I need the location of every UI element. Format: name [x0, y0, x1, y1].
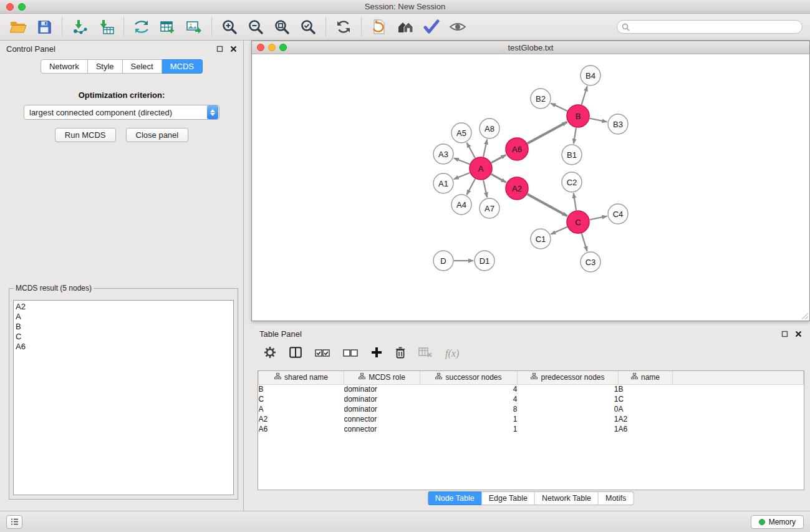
- node-A8[interactable]: A8: [480, 118, 499, 138]
- result-item[interactable]: A2: [16, 302, 233, 312]
- edge-A-A8[interactable]: [483, 140, 487, 157]
- close-window-button[interactable]: [6, 3, 14, 11]
- table-row[interactable]: A2connector11A2: [259, 414, 804, 424]
- result-item[interactable]: A6: [16, 342, 233, 352]
- new-network-button[interactable]: [128, 15, 155, 39]
- column-header-successor-nodes[interactable]: successor nodes: [420, 371, 518, 384]
- edge-C-C1[interactable]: [551, 227, 567, 235]
- select-all-button[interactable]: [315, 348, 330, 359]
- network-minimize-button[interactable]: [268, 44, 276, 51]
- node-C1[interactable]: C1: [531, 229, 551, 249]
- resize-grip-icon[interactable]: [801, 312, 809, 320]
- node-B3[interactable]: B3: [608, 114, 628, 134]
- zoom-selected-button[interactable]: [295, 15, 321, 39]
- save-session-button[interactable]: [31, 15, 57, 39]
- tab-select[interactable]: Select: [123, 59, 162, 74]
- tab-network-table[interactable]: Network Table: [535, 491, 599, 505]
- column-header-name[interactable]: name: [619, 371, 673, 384]
- network-zoom-button[interactable]: [279, 44, 287, 51]
- edge-B-B2[interactable]: [551, 104, 567, 111]
- network-close-button[interactable]: [257, 44, 264, 51]
- first-neighbors-button[interactable]: [392, 15, 418, 39]
- table-row[interactable]: Bdominator41B: [259, 384, 804, 394]
- column-header-shared-name[interactable]: shared name: [259, 371, 344, 384]
- add-column-button[interactable]: [371, 347, 382, 360]
- zoom-in-button[interactable]: [216, 15, 243, 39]
- edge-B-B3[interactable]: [590, 118, 607, 122]
- memory-button[interactable]: Memory: [751, 515, 804, 529]
- result-item[interactable]: A: [16, 312, 233, 322]
- node-table-container[interactable]: shared nameMCDS rolesuccessor nodesprede…: [258, 370, 804, 490]
- search-input[interactable]: [633, 22, 798, 31]
- edge-A-A4[interactable]: [466, 179, 475, 195]
- node-A[interactable]: A: [470, 157, 492, 180]
- node-C2[interactable]: C2: [562, 172, 582, 192]
- node-D[interactable]: D: [433, 251, 453, 271]
- import-network-button[interactable]: [67, 15, 93, 39]
- search-box[interactable]: [617, 20, 803, 34]
- tab-style[interactable]: Style: [88, 59, 123, 74]
- delete-table-button[interactable]: [418, 347, 432, 360]
- tab-node-table[interactable]: Node Table: [428, 491, 482, 505]
- edge-A-A5[interactable]: [467, 143, 475, 158]
- import-table-button[interactable]: [93, 15, 119, 39]
- float-table-panel-icon[interactable]: [781, 331, 788, 337]
- table-settings-button[interactable]: [264, 346, 276, 361]
- network-table-button[interactable]: [155, 15, 181, 39]
- node-A3[interactable]: A3: [433, 144, 453, 164]
- node-C3[interactable]: C3: [581, 252, 600, 272]
- edge-B-B4[interactable]: [582, 86, 587, 105]
- edge-B-B1[interactable]: [574, 128, 576, 143]
- show-panels-button[interactable]: [6, 515, 22, 529]
- mcds-result-list[interactable]: A2ABCA6: [13, 300, 234, 495]
- node-B1[interactable]: B1: [562, 145, 582, 165]
- close-panel-icon[interactable]: [230, 46, 237, 52]
- node-A7[interactable]: A7: [480, 198, 499, 218]
- function-builder-button[interactable]: f(x): [445, 348, 459, 359]
- float-panel-icon[interactable]: [216, 46, 223, 52]
- edge-C-C4[interactable]: [590, 216, 607, 220]
- deselect-all-button[interactable]: [343, 348, 358, 359]
- table-row[interactable]: Cdominator41C: [259, 394, 804, 404]
- network-canvas[interactable]: B4B2BB3B1A5A8A6A3AA1A2A4A7C2CC4C1C3DD1: [252, 55, 809, 321]
- export-image-button[interactable]: [181, 15, 207, 39]
- node-B4[interactable]: B4: [581, 65, 600, 85]
- node-B[interactable]: B: [567, 105, 589, 127]
- edge-A2-C[interactable]: [528, 194, 567, 216]
- node-A5[interactable]: A5: [451, 123, 471, 143]
- open-recent-button[interactable]: [366, 15, 392, 39]
- zoom-window-button[interactable]: [18, 3, 26, 11]
- result-item[interactable]: B: [16, 322, 233, 332]
- close-table-panel-icon[interactable]: [795, 331, 802, 337]
- tab-edge-table[interactable]: Edge Table: [482, 491, 535, 505]
- edge-A-A7[interactable]: [483, 180, 487, 198]
- show-graphics-button[interactable]: [445, 15, 471, 39]
- node-D1[interactable]: D1: [475, 251, 494, 271]
- show-columns-button[interactable]: [289, 347, 302, 360]
- column-header-MCDS-role[interactable]: MCDS role: [344, 371, 420, 384]
- open-session-button[interactable]: [5, 15, 31, 39]
- tab-motifs[interactable]: Motifs: [599, 491, 634, 505]
- edge-A6-B[interactable]: [528, 122, 567, 143]
- edge-A-A1[interactable]: [454, 173, 470, 179]
- edge-A-A2[interactable]: [491, 174, 506, 182]
- network-window-title-bar[interactable]: testGlobe.txt: [252, 41, 809, 54]
- close-panel-button[interactable]: Close panel: [126, 128, 189, 142]
- result-item[interactable]: C: [16, 332, 233, 342]
- table-row[interactable]: Adominator80A: [259, 404, 804, 414]
- edge-C-C2[interactable]: [574, 193, 576, 210]
- node-A4[interactable]: A4: [451, 195, 471, 215]
- node-A1[interactable]: A1: [433, 173, 453, 193]
- delete-column-button[interactable]: [395, 347, 405, 361]
- edge-A-A3[interactable]: [454, 158, 470, 164]
- tab-network[interactable]: Network: [41, 59, 88, 74]
- zoom-out-button[interactable]: [243, 15, 269, 39]
- column-header-predecessor-nodes[interactable]: predecessor nodes: [518, 371, 619, 384]
- tab-mcds[interactable]: MCDS: [162, 59, 203, 74]
- edge-C-C3[interactable]: [582, 233, 587, 251]
- zoom-fit-button[interactable]: [269, 15, 295, 39]
- node-B2[interactable]: B2: [531, 89, 551, 109]
- criterion-select[interactable]: largest connected component (directed): [24, 105, 219, 120]
- node-C4[interactable]: C4: [608, 204, 628, 224]
- combo-stepper-icon[interactable]: [207, 105, 218, 119]
